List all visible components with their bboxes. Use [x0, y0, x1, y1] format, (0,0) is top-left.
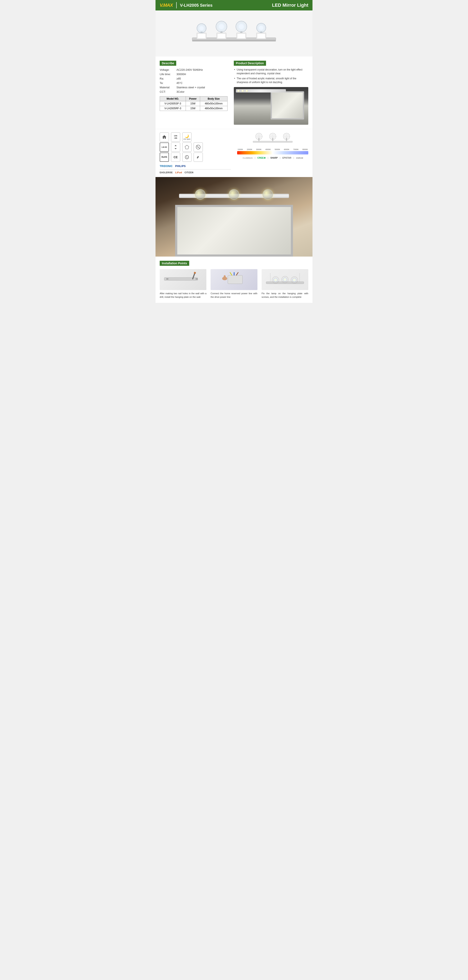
svg-rect-48 — [166, 278, 169, 279]
size-1: 480x50x100mm — [200, 101, 227, 106]
svg-point-24 — [239, 24, 244, 29]
table-header-size: Body Size — [200, 97, 227, 101]
logo: V.MAX — [160, 3, 173, 8]
header-left: V.MAX V-LH2005 Series — [160, 2, 212, 8]
svg-rect-52 — [228, 275, 242, 284]
product-type-label: LED Mirror Light — [272, 3, 308, 8]
photo-light-fixture — [179, 194, 289, 198]
install-steps: After making two nail holes in the wall … — [160, 269, 308, 299]
brand-citizen: CITIZEN — [185, 172, 193, 174]
light-orb-1 — [237, 89, 240, 92]
svg-rect-49 — [196, 278, 198, 279]
step1-bg — [160, 269, 206, 290]
installation-section: Installation Points After making two — [156, 256, 312, 303]
brand-divider — [160, 169, 231, 170]
photo-crystal-1 — [195, 189, 205, 200]
light-orb-2 — [241, 89, 244, 92]
spec-voltage: Voltage: AC220-240V 50/60Hz — [160, 68, 228, 72]
icon-lm80: LM-80 — [160, 143, 169, 152]
install-step-3-text: Fix the lamp on the hanging plate with s… — [262, 292, 308, 299]
spec-lifetime-label: Life time: — [160, 73, 177, 76]
photo-crystal-2 — [229, 189, 239, 200]
spec-lifetime-value: 30000H — [177, 73, 186, 76]
spec-ra-value: ≥85 — [177, 77, 181, 80]
install-step-2: Connect the home reserved power line wit… — [210, 269, 257, 299]
brand-lifud: LiFud — [175, 171, 182, 174]
install-step-3: Fix the lamp on the hanging plate with s… — [262, 269, 308, 299]
power-2: 15W — [186, 106, 200, 111]
brand-tridonic: TRIDONIC — [160, 165, 173, 168]
mirror-simulation — [234, 87, 308, 125]
cct-5000k: 5000K — [275, 148, 280, 151]
table-row: V-LH2005SF-3 15W 480x50x100mm — [160, 101, 228, 106]
spec-cct-label: CCT: — [160, 90, 177, 93]
driver-sharp: SHARP — [271, 157, 278, 159]
light-bar-sim — [236, 89, 286, 92]
size-2: 480x50x100mm — [200, 106, 227, 111]
svg-point-61 — [274, 279, 277, 281]
cct-labels: 1500K 2000K 3000K 4000K 5000K 6000K 7000… — [237, 148, 308, 151]
icons-right: 1500K 2000K 3000K 4000K 5000K 6000K 7000… — [237, 132, 308, 174]
spec-ta-label: Ta: — [160, 81, 177, 84]
step2-svg — [213, 271, 255, 288]
svg-point-40 — [258, 135, 260, 138]
description-column: Product Description Using transparent cr… — [234, 61, 308, 125]
brand-line-1: TRIDONIC PHILIPS — [160, 165, 231, 168]
step1-svg — [162, 271, 204, 288]
svg-point-20 — [219, 24, 224, 29]
step3-svg — [264, 271, 306, 288]
model-2: V-LH2005RF-3 — [160, 106, 186, 111]
cct-3000k: 3000K — [256, 148, 262, 151]
step2-bg — [210, 269, 257, 290]
svg-line-54 — [236, 272, 238, 275]
icon-lifespan: 🌙 Life Span — [182, 132, 191, 142]
driver-luminus: ☆LUMINUS — [242, 157, 253, 159]
svg-point-67 — [293, 279, 296, 281]
svg-rect-9 — [218, 34, 225, 38]
photo-mirror-frame — [175, 205, 293, 256]
spec-ta: Ta: 45°C — [160, 81, 228, 84]
specs-column: Describe Voltage: AC220-240V 50/60Hz Lif… — [160, 61, 228, 125]
photo-crystal-3 — [263, 189, 273, 200]
header-divider — [176, 2, 177, 8]
main-content: Describe Voltage: AC220-240V 50/60Hz Lif… — [156, 57, 312, 129]
table-row: V-LH2005RF-3 15W 480x50x100mm — [160, 106, 228, 111]
model-1: V-LH2005SF-3 — [160, 101, 186, 106]
svg-point-28 — [259, 25, 264, 30]
cct-2000k: 2000K — [247, 148, 252, 151]
spec-lifetime: Life time: 30000H — [160, 73, 228, 76]
spec-material: Material: Stainless steel + crystal — [160, 86, 228, 89]
cct-6000k: 6000K — [284, 148, 289, 151]
installation-title: Installation Points — [160, 261, 189, 266]
power-1: 15W — [186, 101, 200, 106]
icon-recycle — [194, 153, 203, 162]
cct-8000k: 8000K — [302, 148, 308, 151]
spec-cct-value: 3Color — [177, 90, 185, 93]
svg-line-55 — [230, 272, 232, 275]
brand-line-2: EAGLERISE LiFud CITIZEN — [160, 171, 231, 174]
product-description-image — [234, 87, 308, 125]
description-bullet-2: The use of frosted acrylic material, smo… — [234, 76, 308, 84]
icon-empty-1 — [194, 132, 204, 142]
table-header-model: Model NO. — [160, 97, 186, 101]
spec-voltage-label: Voltage: — [160, 68, 177, 72]
spec-voltage-value: AC220-240V 50/60Hz — [177, 68, 203, 72]
icons-left: CRI>85 🌙 Life Span LM-80 UV — [160, 132, 231, 174]
svg-point-16 — [199, 26, 204, 30]
icon-cri: CRI>85 — [171, 132, 180, 142]
light-sketch — [245, 132, 300, 145]
model-table: Model NO. Power Body Size V-LH2005SF-3 1… — [160, 96, 228, 111]
description-bullets: Using transparent crystal decoration, tu… — [234, 68, 308, 84]
icon-no-uv: UV — [194, 143, 203, 152]
svg-point-46 — [285, 135, 288, 138]
install-step-1-image — [160, 269, 206, 290]
icon-energy — [182, 153, 191, 162]
specs-section-title: Describe — [160, 61, 176, 66]
product-illustration — [181, 18, 287, 49]
svg-point-57 — [223, 275, 226, 278]
svg-rect-11 — [237, 34, 245, 38]
install-step-2-text: Connect the home reserved power line wit… — [210, 292, 257, 299]
description-bullet-1: Using transparent crystal decoration, tu… — [234, 68, 308, 75]
step3-bg — [262, 269, 308, 290]
svg-point-64 — [283, 278, 286, 281]
